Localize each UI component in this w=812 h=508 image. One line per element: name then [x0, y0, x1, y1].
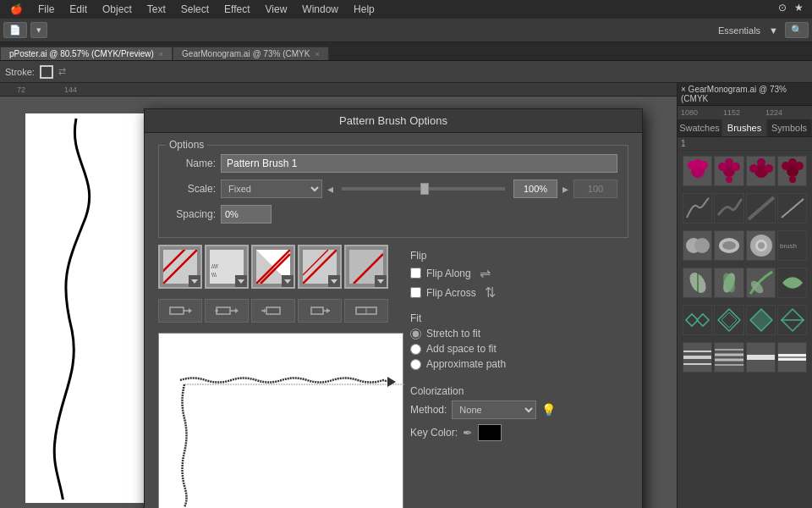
svg-text:////: //// — [211, 263, 218, 269]
scale-slider-thumb[interactable] — [420, 183, 429, 195]
name-row: Name: — [169, 154, 617, 173]
tile-side-dropdown-arrow — [191, 279, 198, 284]
tile-end-dropdown[interactable] — [375, 275, 387, 287]
tile-outer-dropdown[interactable] — [235, 275, 247, 287]
menu-object[interactable]: Object — [96, 2, 139, 17]
essentials-dropdown-icon[interactable]: ▼ — [769, 25, 778, 36]
menu-select[interactable]: Select — [174, 2, 216, 17]
arrow-5-svg — [354, 302, 378, 319]
flip-along-checkbox[interactable] — [410, 268, 421, 279]
flip-label: Flip — [410, 250, 562, 262]
flip-section: Flip Flip Along ⇌ Flip Across ⇅ — [410, 250, 562, 304]
stretch-radio[interactable] — [410, 329, 421, 340]
add-space-label: Add space to fit — [426, 343, 497, 355]
approx-radio[interactable] — [410, 359, 421, 370]
tab-close-pposter[interactable]: × — [159, 50, 163, 58]
svg-marker-20 — [235, 308, 239, 313]
key-color-label: Key Color: — [410, 427, 458, 439]
scale-right-arrow[interactable]: ▸ — [562, 182, 568, 196]
pattern-brush-dialog: Pattern Brush Options Options Name: — [144, 108, 643, 508]
tile-end[interactable] — [344, 245, 388, 289]
name-label: Name: — [169, 157, 216, 169]
search-btn[interactable]: 🔍 — [785, 22, 809, 38]
tile-outer-dropdown-arrow — [238, 279, 244, 284]
options-border: Options Name: Scale: Fixed — [158, 145, 628, 238]
dialog-title: Pattern Brush Options — [339, 114, 447, 127]
flip-along-row: Flip Along ⇌ — [410, 265, 562, 281]
star-icon[interactable]: ★ — [794, 2, 804, 14]
approx-label: Approximate path — [426, 358, 506, 370]
eyedropper-icon[interactable]: ✒ — [463, 426, 473, 439]
scale-slider[interactable] — [342, 187, 505, 190]
stroke-toolbar: Stroke: ⇄ — [0, 61, 812, 83]
arrow-btn-5[interactable] — [344, 299, 388, 323]
key-color-swatch[interactable] — [478, 424, 502, 441]
tile-side-container — [158, 245, 202, 289]
tile-start-dropdown[interactable] — [328, 275, 340, 287]
bookmark-icon[interactable]: ⊙ — [778, 2, 787, 14]
flip-across-icon: ⇅ — [485, 284, 496, 301]
scale-percent-input[interactable] — [513, 179, 557, 198]
flip-along-icon: ⇌ — [480, 265, 491, 281]
open-btn[interactable]: ▾ — [30, 22, 47, 38]
arrow-btn-4[interactable] — [298, 299, 342, 323]
colorization-section: Colorization Method: None 💡 Key Color: — [410, 385, 562, 441]
menu-file[interactable]: File — [31, 2, 61, 17]
toolbar: 📄 ▾ Essentials ▼ 🔍 — [0, 19, 812, 42]
stretch-label: Stretch to fit — [426, 328, 480, 340]
svg-marker-17 — [189, 308, 192, 313]
menu-edit[interactable]: Edit — [63, 2, 94, 17]
arrow-btn-1[interactable] — [158, 299, 202, 323]
colorization-info-icon[interactable]: 💡 — [541, 403, 556, 417]
arrow-btn-2[interactable] — [205, 299, 249, 323]
spacing-label: Spacing: — [169, 208, 216, 220]
fit-label: Fit — [410, 312, 562, 324]
tile-start[interactable] — [298, 245, 342, 289]
arrow-2-svg — [215, 302, 239, 319]
doc-tab-label: pPoster.ai @ 80.57% (CMYK/Preview) — [9, 49, 154, 58]
menu-view[interactable]: View — [259, 2, 294, 17]
menu-text[interactable]: Text — [140, 2, 173, 17]
stroke-icon-left: ⇄ — [58, 66, 66, 77]
menu-window[interactable]: Window — [295, 2, 345, 17]
stroke-label: Stroke: — [5, 67, 35, 77]
doc-tab-pposter[interactable]: pPoster.ai @ 80.57% (CMYK/Preview) × — [0, 47, 173, 60]
method-select[interactable]: None — [452, 400, 536, 419]
menu-help[interactable]: Help — [347, 2, 381, 17]
tab-close-gear[interactable]: × — [315, 50, 319, 58]
new-doc-btn[interactable]: 📄 — [3, 22, 27, 38]
apple-menu[interactable]: 🍎 — [3, 2, 30, 17]
tile-outer-corner[interactable]: //// \\\ — [205, 245, 249, 289]
preview-svg — [159, 334, 404, 508]
tile-strip: //// \\\ — [158, 245, 403, 289]
flip-across-checkbox[interactable] — [410, 287, 421, 298]
svg-rect-18 — [217, 307, 230, 314]
arrow-3-svg — [261, 302, 285, 319]
preview-top-texture — [180, 377, 396, 387]
tile-inner-corner-container — [251, 245, 295, 289]
menubar: 🍎 File Edit Object Text Select Effect Vi… — [0, 0, 812, 19]
scale-select[interactable]: Fixed — [221, 179, 322, 198]
approx-row: Approximate path — [410, 358, 562, 370]
key-color-row: Key Color: ✒ — [410, 424, 562, 441]
tile-and-options: //// \\\ — [158, 245, 628, 508]
add-space-row: Add space to fit — [410, 343, 562, 355]
add-space-radio[interactable] — [410, 344, 421, 355]
arrow-1-svg — [168, 302, 192, 319]
tile-inner-dropdown[interactable] — [282, 275, 294, 287]
name-input[interactable] — [221, 154, 617, 173]
tile-end-container — [344, 245, 388, 289]
colorization-label: Colorization — [410, 385, 562, 397]
tile-side-dropdown[interactable] — [189, 275, 200, 287]
doc-tab-gearmonogram[interactable]: GearMonogram.ai @ 73% (CMYK × — [173, 47, 329, 60]
scale-left-arrow[interactable]: ◂ — [327, 182, 333, 196]
stroke-color-box[interactable] — [40, 65, 53, 79]
menu-effect[interactable]: Effect — [217, 2, 256, 17]
spacing-input[interactable] — [221, 205, 272, 224]
tile-inner-corner[interactable] — [251, 245, 295, 289]
tile-side[interactable] — [158, 245, 202, 289]
arrow-btn-3[interactable] — [251, 299, 295, 323]
scale-max-input[interactable] — [573, 179, 617, 198]
svg-text:\\\: \\\ — [211, 272, 217, 278]
tile-inner-dropdown-arrow — [284, 279, 291, 284]
